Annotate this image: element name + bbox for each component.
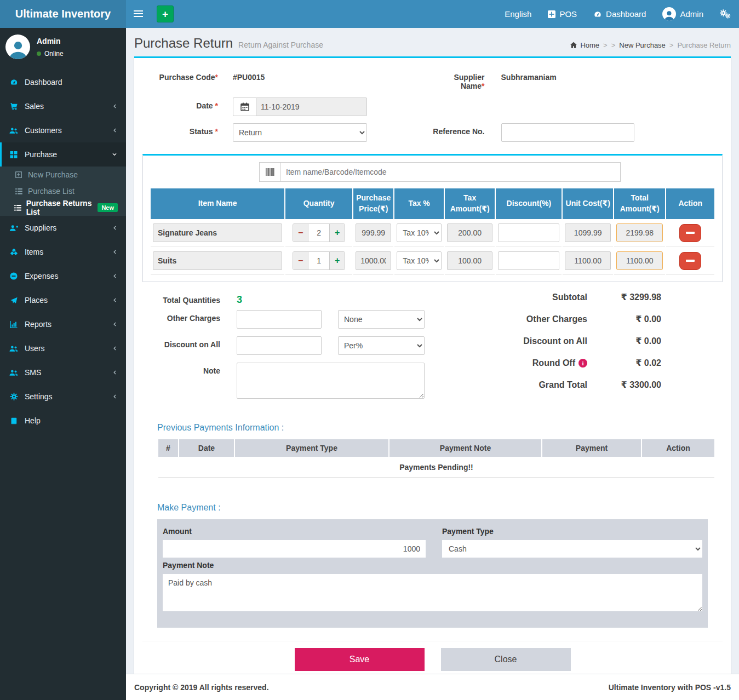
chevron-left-icon xyxy=(112,103,118,110)
quantity-increase-button[interactable]: + xyxy=(330,224,345,242)
language-menu[interactable]: English xyxy=(496,0,540,28)
save-button[interactable]: Save xyxy=(295,648,425,671)
minus-icon xyxy=(686,232,695,234)
item-name-input[interactable] xyxy=(153,223,282,242)
breadcrumb-current: Purchase Return xyxy=(677,41,731,49)
pay-col-note: Payment Note xyxy=(389,439,541,457)
sidebar-item-expenses[interactable]: Expenses xyxy=(0,264,126,288)
page-title: Purchase Return xyxy=(134,36,233,51)
col-quantity: Quantity xyxy=(285,188,352,219)
other-charges-type-select[interactable]: None xyxy=(338,310,425,329)
total-quantities-label: Total Quantities xyxy=(142,292,237,305)
tax-amount-input[interactable] xyxy=(447,251,493,270)
total-quantities-value: 3 xyxy=(237,292,242,306)
app-window: Ultimate Inventory + English POS D xyxy=(0,0,739,700)
breadcrumb-separator: > xyxy=(611,41,616,49)
list-icon xyxy=(14,188,24,194)
note-textarea[interactable] xyxy=(237,363,425,399)
users-icon xyxy=(8,345,19,352)
top-navbar: Ultimate Inventory + English POS D xyxy=(0,0,739,28)
sidebar-item-dashboard[interactable]: Dashboard xyxy=(0,70,126,94)
close-button[interactable]: Close xyxy=(441,648,571,671)
sidebar-user-panel: Admin Online xyxy=(0,28,126,66)
language-label: English xyxy=(505,9,531,19)
purchase-price-input[interactable] xyxy=(356,223,391,242)
other-charges-label: Other Charges xyxy=(142,310,237,323)
date-input[interactable] xyxy=(256,97,367,116)
sidebar-subitem-label: Purchase Returns List xyxy=(26,199,93,216)
book-icon xyxy=(8,417,19,424)
sidebar-item-users[interactable]: Users xyxy=(0,336,126,360)
pay-col-index: # xyxy=(158,439,178,457)
item-search-input[interactable] xyxy=(280,162,621,182)
sidebar-item-label: Reports xyxy=(25,320,51,329)
purchase-price-input[interactable] xyxy=(356,251,391,270)
sidebar-subitem-purchase-returns-list[interactable]: Purchase Returns List New xyxy=(0,199,126,216)
pay-col-type: Payment Type xyxy=(235,439,388,457)
quantity-input[interactable] xyxy=(308,252,330,269)
sidebar-subitem-new-purchase[interactable]: New Purchase xyxy=(0,167,126,183)
other-charges-input[interactable] xyxy=(237,310,322,329)
reference-no-input[interactable] xyxy=(501,123,634,142)
item-name-input[interactable] xyxy=(153,251,282,270)
sidebar-item-purchase[interactable]: Purchase xyxy=(0,142,126,167)
breadcrumb-new-purchase[interactable]: New Purchase xyxy=(619,41,666,49)
discount-input[interactable] xyxy=(498,223,559,242)
pos-link[interactable]: POS xyxy=(540,0,585,28)
quantity-decrease-button[interactable]: − xyxy=(293,252,308,269)
chevron-left-icon xyxy=(112,321,118,328)
status-select[interactable]: Return xyxy=(233,123,367,142)
discount-input[interactable] xyxy=(498,251,559,270)
remove-row-button[interactable] xyxy=(679,252,701,270)
total-amount-input[interactable] xyxy=(616,251,663,270)
sidebar-item-reports[interactable]: Reports xyxy=(0,312,126,336)
unit-cost-input[interactable] xyxy=(565,223,611,242)
discount-on-all-type-select[interactable]: Per% xyxy=(338,336,425,355)
discount-on-all-input[interactable] xyxy=(237,336,322,355)
paper-plane-icon xyxy=(8,297,19,304)
payment-type-select[interactable]: Cash xyxy=(442,540,702,558)
minus-icon xyxy=(686,260,695,262)
quantity-decrease-button[interactable]: − xyxy=(293,224,308,242)
tax-select[interactable]: Tax 10% xyxy=(397,251,442,270)
tax-amount-input[interactable] xyxy=(447,223,493,242)
gear-icon xyxy=(8,393,19,400)
brand-logo[interactable]: Ultimate Inventory xyxy=(0,0,126,28)
sidebar-item-label: Users xyxy=(25,344,45,353)
sidebar-item-customers[interactable]: Customers xyxy=(0,118,126,142)
breadcrumb-home[interactable]: Home xyxy=(570,41,599,49)
sidebar-subitem-purchase-list[interactable]: Purchase List xyxy=(0,183,126,199)
quantity-input[interactable] xyxy=(308,224,330,242)
user-menu[interactable]: Admin xyxy=(654,0,712,28)
sidebar: Admin Online Dashboard Sales Customers xyxy=(0,28,126,700)
payment-type-label: Payment Type xyxy=(442,527,702,536)
sidebar-item-settings[interactable]: Settings xyxy=(0,385,126,409)
remove-row-button[interactable] xyxy=(679,224,701,242)
sidebar-item-label: SMS xyxy=(25,368,41,377)
sidebar-item-sms[interactable]: SMS xyxy=(0,360,126,385)
sidebar-item-sales[interactable]: Sales xyxy=(0,94,126,118)
sidebar-item-label: Purchase xyxy=(25,150,57,159)
settings-menu[interactable] xyxy=(712,0,739,28)
total-amount-input[interactable] xyxy=(616,223,663,242)
sidebar-item-suppliers[interactable]: Suppliers xyxy=(0,216,126,240)
tax-select[interactable]: Tax 10% xyxy=(397,223,442,242)
other-charges-total-label: Other Charges xyxy=(476,314,587,324)
quick-add-button[interactable]: + xyxy=(157,5,174,22)
page-subtitle: Return Against Purchase xyxy=(238,37,323,49)
calendar-icon[interactable] xyxy=(233,97,256,116)
info-icon[interactable]: i xyxy=(578,359,587,368)
amount-input[interactable] xyxy=(163,540,426,558)
dashboard-link[interactable]: Dashboard xyxy=(585,0,654,28)
quantity-increase-button[interactable]: + xyxy=(330,252,345,269)
item-row: − + Tax 10% xyxy=(151,219,714,247)
sidebar-item-places[interactable]: Places xyxy=(0,288,126,312)
unit-cost-input[interactable] xyxy=(565,251,611,270)
user-label: Admin xyxy=(680,9,703,19)
payment-note-textarea[interactable]: Paid by cash xyxy=(163,574,702,611)
items-panel: Item Name Quantity Purchase Price(₹) Tax… xyxy=(142,154,723,282)
sidebar-toggle-button[interactable] xyxy=(126,0,151,28)
sidebar-item-help[interactable]: Help xyxy=(0,409,126,433)
subtotal-value: ₹ 3299.98 xyxy=(587,292,661,302)
sidebar-item-items[interactable]: Items xyxy=(0,240,126,264)
